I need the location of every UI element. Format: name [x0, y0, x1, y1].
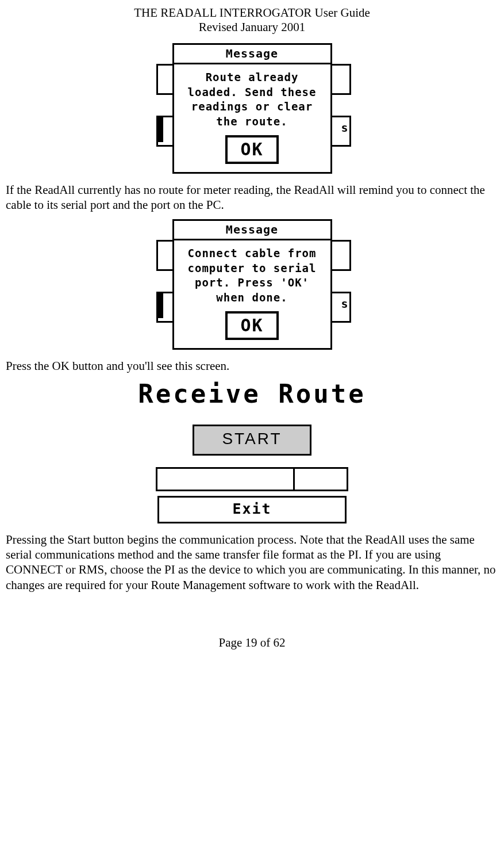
- dialog-body-text: Connect cable from computer to serial po…: [174, 240, 330, 311]
- dialog-screenshot-2: s Message Connect cable from computer to…: [6, 219, 498, 350]
- document-header: THE READALL INTERROGATOR User Guide Revi…: [6, 6, 498, 35]
- paragraph-1: If the ReadAll currently has no route fo…: [6, 182, 498, 213]
- start-button[interactable]: START: [193, 425, 311, 456]
- header-title: THE READALL INTERROGATOR User Guide: [6, 6, 498, 20]
- message-dialog-2: Message Connect cable from computer to s…: [172, 219, 332, 350]
- status-box-right: [295, 467, 348, 491]
- background-window-fragment: [157, 293, 163, 318]
- exit-button[interactable]: Exit: [157, 496, 347, 523]
- page-footer: Page 19 of 62: [6, 636, 498, 650]
- ok-button[interactable]: OK: [225, 311, 278, 340]
- background-char: s: [341, 297, 348, 311]
- background-window-fragment: [157, 117, 163, 142]
- background-char: s: [341, 121, 348, 135]
- status-row: [138, 467, 366, 491]
- header-subtitle: Revised January 2001: [6, 20, 498, 35]
- dialog-title: Message: [174, 221, 330, 240]
- dialog-screenshot-1: s Message Route already loaded. Send the…: [6, 43, 498, 174]
- paragraph-3: Pressing the Start button begins the com…: [6, 532, 498, 593]
- ok-button[interactable]: OK: [225, 135, 278, 164]
- document-page: THE READALL INTERROGATOR User Guide Revi…: [0, 0, 504, 662]
- paragraph-2: Press the OK button and you'll see this …: [6, 358, 498, 373]
- dialog-title: Message: [174, 45, 330, 64]
- receive-route-title: Receive Route: [138, 379, 366, 408]
- message-dialog-1: Message Route already loaded. Send these…: [172, 43, 332, 174]
- receive-route-screenshot: Receive Route START Exit: [6, 380, 498, 523]
- dialog-body-text: Route already loaded. Send these reading…: [174, 64, 330, 135]
- status-box-left: [156, 467, 295, 491]
